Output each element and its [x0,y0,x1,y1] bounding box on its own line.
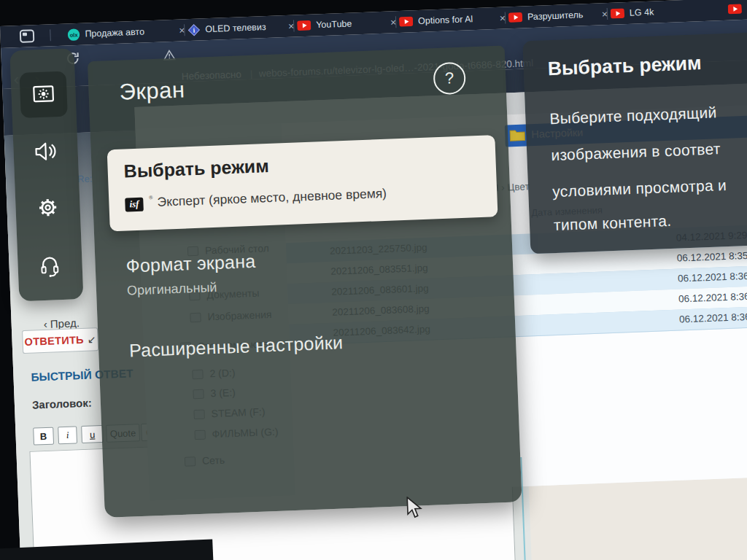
reply-button[interactable]: ОТВЕТИТЬ ↙ [22,327,98,354]
bold-button[interactable]: B [33,427,54,446]
bold-button-label: B [40,430,47,441]
tooltip-line: Выберите подходящий [549,104,717,128]
italic-button[interactable]: i [58,426,77,444]
italic-button-label: i [66,429,69,441]
tv-settings-rail [9,48,83,301]
tab-overview-icon[interactable] [19,28,35,44]
forum-thread-link-fragment: Re: [77,173,93,184]
tooltip-line: условиями просмотра и [552,176,727,201]
panel-title: Экран [119,77,185,105]
support-headset-icon[interactable] [36,251,64,279]
picture-settings-icon[interactable] [31,82,56,107]
mouse-cursor [406,496,424,520]
isf-logo-badge: isf [125,198,144,212]
help-glyph: ? [445,69,454,88]
screen-format-title: Формат экрана [125,251,256,277]
file-date: 06.12.2021 8:36 [678,271,747,284]
file-date: 06.12.2021 8:35 [677,250,747,264]
tab-label: Продажа авто [85,26,144,39]
underline-button[interactable]: u [81,425,104,443]
file-date: 06.12.2021 8:36 [678,291,747,305]
tab-label: Разрушитель [527,9,584,22]
youtube-favicon-partial [728,4,743,15]
tab-label: OLED телевиз [205,22,266,34]
tab-label: LG 4k [630,7,654,18]
screen-settings-panel: Экран ? Выбрать режим isf®Эксперт (яркое… [88,45,522,517]
advanced-settings-item[interactable]: Расширенные настройки [98,312,516,369]
tab-divider [50,29,51,41]
info-diamond-favicon: i [187,23,201,36]
underline-button-label: u [90,429,96,440]
reply-button-label: ОТВЕТИТЬ [24,334,84,348]
youtube-favicon [399,16,414,27]
registered-mark: ® [149,195,152,200]
youtube-favicon [297,20,311,31]
mode-card-title: Выбрать режим [123,155,269,182]
svg-text:olx: olx [69,31,78,38]
subject-label: Заголовок: [32,397,92,411]
file-date: 06.12.2021 8:36 [679,311,747,325]
youtube-favicon [611,8,625,19]
mode-help-tooltip: Выбрать режим Выберите подходящий изобра… [522,31,747,254]
help-button[interactable]: ? [433,62,466,96]
mode-card-value: Эксперт (яркое место, дневное время) [157,186,387,209]
advanced-settings-label: Расширенные настройки [129,332,344,361]
mode-card-value-row: isf®Эксперт (яркое место, дневное время) [125,186,387,212]
youtube-favicon [508,12,523,23]
settings-gear-icon[interactable] [35,195,61,220]
reply-arrow-icon: ↙ [88,333,96,345]
monitor-screen: olx Продажа авто × i OLED телевиз × YouT… [0,0,747,560]
folder-icon [509,128,526,141]
tab-label: Options for Al [418,14,473,26]
screen-format-value: Оригинальный [127,280,217,299]
tab-label: YouTube [316,18,352,30]
tooltip-line: типом контента. [554,212,672,234]
tooltip-title: Выбрать режим [547,52,702,80]
picture-mode-card[interactable]: Выбрать режим isf®Эксперт (яркое место, … [107,135,498,231]
tooltip-line: изображения в соответ [551,140,721,164]
screen-format-item[interactable]: Формат экрана Оригинальный [95,228,514,316]
olx-favicon: olx [67,28,80,41]
sound-icon[interactable] [31,139,58,164]
